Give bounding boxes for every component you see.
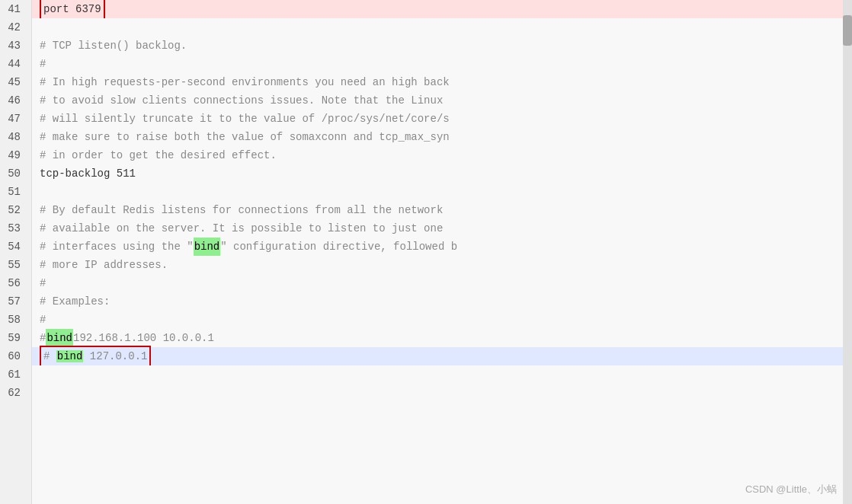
line-number: 55 [0, 256, 25, 274]
line-number: 61 [0, 365, 25, 384]
code-line: # Examples: [32, 292, 852, 311]
line-number: 46 [0, 91, 25, 110]
line-number: 41 [0, 0, 25, 18]
line-number: 56 [0, 274, 25, 292]
editor-container: 4142434445464748495051525354555657585960… [0, 0, 852, 504]
line-number: 59 [0, 329, 25, 347]
line-number: 53 [0, 219, 25, 238]
code-line: # in order to get the desired effect. [32, 146, 852, 164]
code-line: # TCP listen() backlog. [32, 37, 852, 55]
code-line: # bind 192.168.1.100 10.0.0.1 [32, 329, 852, 347]
code-line: # to avoid slow clients connections issu… [32, 91, 852, 110]
code-line: # more IP addresses. [32, 256, 852, 274]
code-line [32, 183, 852, 201]
code-line: # [32, 311, 852, 329]
line-numbers: 4142434445464748495051525354555657585960… [0, 0, 32, 504]
code-line [32, 18, 852, 37]
code-line: # In high requests-per-second environmen… [32, 73, 852, 91]
code-line: port 6379 [32, 0, 852, 18]
line-number: 47 [0, 110, 25, 128]
watermark: CSDN @Little、小蜗 [745, 483, 837, 496]
code-line: # [32, 274, 852, 292]
line-number: 49 [0, 146, 25, 164]
code-line: # will silently truncate it to the value… [32, 110, 852, 128]
code-line: # make sure to raise both the value of s… [32, 128, 852, 146]
line-number: 45 [0, 73, 25, 91]
line-number: 43 [0, 37, 25, 55]
line-number: 51 [0, 183, 25, 201]
code-line [32, 365, 852, 384]
line-number: 52 [0, 201, 25, 219]
scrollbar[interactable] [843, 0, 852, 504]
scrollbar-thumb[interactable] [843, 15, 852, 46]
line-number: 57 [0, 292, 25, 311]
code-line: # By default Redis listens for connectio… [32, 201, 852, 219]
line-number: 62 [0, 384, 25, 402]
line-number: 58 [0, 311, 25, 329]
code-area[interactable]: port 6379# TCP listen() backlog.## In hi… [32, 0, 852, 504]
code-line: # available on the server. It is possibl… [32, 219, 852, 238]
line-number: 42 [0, 18, 25, 37]
line-number: 44 [0, 55, 25, 73]
line-number: 60 [0, 347, 25, 365]
line-number: 54 [0, 238, 25, 256]
code-line: # [32, 55, 852, 73]
code-line: # bind 127.0.0.1 [32, 347, 852, 365]
code-line [32, 384, 852, 402]
line-number: 48 [0, 128, 25, 146]
line-number: 50 [0, 164, 25, 183]
code-lines: port 6379# TCP listen() backlog.## In hi… [32, 0, 852, 402]
code-line: tcp-backlog 511 [32, 164, 852, 183]
code-line: # interfaces using the "bind" configurat… [32, 238, 852, 256]
